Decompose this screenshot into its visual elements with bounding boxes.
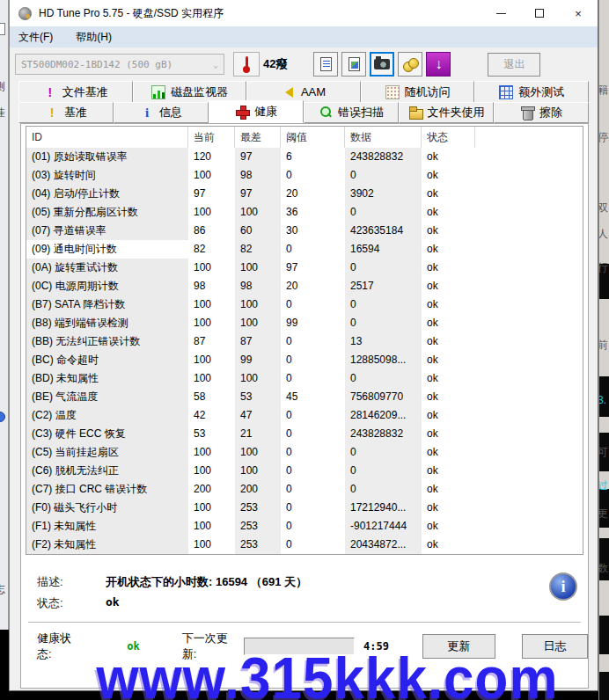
col-header-worst[interactable]: 最差 <box>235 127 281 148</box>
background-window-left-sliver: 测挂志 <box>0 0 9 630</box>
table-row[interactable]: (F2) 未知属性100253020434872...ok <box>26 536 583 554</box>
background-window-right-sliver: 籍停双人行前3.可过更数 <box>598 0 609 700</box>
exit-button[interactable]: 退出 <box>488 53 540 77</box>
download-button[interactable]: ↓ <box>426 52 451 77</box>
tab-benchmark[interactable]: 基准 <box>18 102 114 123</box>
table-row[interactable]: (09) 通电时间计数8282016594ok <box>26 240 583 259</box>
tab-label: 磁盘监视器 <box>171 84 228 100</box>
table-row[interactable]: (B8) 端到端错误检测100100990ok <box>26 314 583 332</box>
copy-image-button[interactable] <box>341 52 366 77</box>
smart-table-header: ID 当前 最差 阈值 数据 状态 <box>26 127 583 148</box>
table-row[interactable]: (BC) 命令超时10099012885098...ok <box>26 351 583 369</box>
col-header-current[interactable]: 当前 <box>188 127 235 148</box>
benchmark-icon <box>45 106 59 120</box>
col-header-status[interactable]: 状态 <box>422 127 475 148</box>
col-header-threshold[interactable]: 阈值 <box>281 127 345 148</box>
tab-label: 额外测试 <box>518 84 564 100</box>
table-row[interactable]: (F1) 未知属性1002530-901217444ok <box>26 517 583 536</box>
table-row[interactable]: (BB) 无法纠正错误计数8787013ok <box>26 332 583 351</box>
right-sliver-text-fragment: 双 <box>598 201 608 215</box>
info-button[interactable]: i <box>549 572 577 601</box>
camera-icon <box>374 59 390 69</box>
donate-button[interactable] <box>398 52 422 77</box>
right-sliver-text-fragment: 人 <box>598 227 608 242</box>
col-header-data[interactable]: 数据 <box>345 127 422 148</box>
right-sliver-text-fragment: 过 <box>598 478 608 493</box>
maximize-button[interactable] <box>520 0 559 26</box>
tab-label: AAM <box>301 85 326 98</box>
col-header-filler <box>475 127 583 148</box>
temperature-value: 42癈 <box>263 56 287 72</box>
tab-aam[interactable]: AAM <box>246 81 361 102</box>
donate-icon <box>403 58 417 70</box>
table-row[interactable]: (05) 重新分配扇区计数100100360ok <box>26 203 583 222</box>
table-row[interactable]: (C3) 硬件 ECC 恢复53210243828832ok <box>26 425 583 443</box>
tab-label: 信息 <box>159 105 182 120</box>
menu-file[interactable]: 文件(F) <box>18 30 53 45</box>
col-header-id[interactable]: ID <box>26 127 188 148</box>
watermark-text: www.315kkk.com <box>56 644 598 700</box>
tab-erase[interactable]: 擦除 <box>494 102 589 123</box>
drive-select[interactable]: ST500DM002-1BD142 (500 gB) ⌄ <box>15 54 224 75</box>
table-row[interactable]: (F0) 磁头飞行小时100253017212940...ok <box>26 499 583 517</box>
health-tab-panel: ID 当前 最差 阈值 数据 状态 (01) 原始读取错误率1209762438… <box>20 123 589 689</box>
separator <box>28 622 581 623</box>
description-label: 描述: <box>37 574 106 590</box>
right-sliver-text-fragment: 前 <box>598 338 608 353</box>
left-sliver-box <box>0 23 5 35</box>
close-icon: × <box>575 7 582 20</box>
right-sliver-text-fragment: 更 <box>598 507 608 521</box>
titlebar[interactable]: HD Tune Pro 5.75 - 硬盘/SSD 实用程序 × <box>10 0 598 26</box>
table-row[interactable]: (C7) 接口 CRC 错误计数20020000ok <box>26 480 583 499</box>
table-row[interactable]: (B7) SATA 降档计数10010000ok <box>26 295 583 314</box>
toolbar: ST500DM002-1BD142 (500 gB) ⌄ 42癈 ↓ 退出 <box>10 47 598 81</box>
tool-buttons: ↓ <box>313 52 451 77</box>
left-sliver-text-fragment: 志 <box>0 582 5 597</box>
left-sliver-text-fragment: 挂 <box>0 106 5 120</box>
table-row[interactable]: (BD) 未知属性10010000ok <box>26 369 583 388</box>
info-icon <box>140 106 154 120</box>
minimize-button[interactable] <box>481 0 520 26</box>
minimize-icon <box>496 13 506 14</box>
table-row[interactable]: (C5) 当前挂起扇区10010000ok <box>26 443 583 462</box>
screenshot-button[interactable] <box>370 52 394 77</box>
copy-text-icon <box>320 57 332 71</box>
description-value: 开机状态下的小时数: 16594 （691 天） <box>106 574 307 590</box>
table-row[interactable]: (03) 旋转时间1009800ok <box>26 166 583 185</box>
download-arrow-icon: ↓ <box>435 56 442 72</box>
status-row: 状态: ok <box>37 595 120 611</box>
tab-info[interactable]: 信息 <box>114 102 209 123</box>
smart-table-body: (01) 原始读取错误率120976243828832ok(03) 旋转时间10… <box>26 148 583 554</box>
table-row[interactable]: (C6) 脱机无法纠正10010000ok <box>26 462 583 480</box>
chevron-down-icon: ⌄ <box>213 60 218 69</box>
right-sliver-text-fragment: 籍 <box>598 83 608 98</box>
smart-table: ID 当前 最差 阈值 数据 状态 (01) 原始读取错误率1209762438… <box>26 126 583 555</box>
table-row[interactable]: (0C) 电源周期计数9898202517ok <box>26 277 583 295</box>
status-label: 状态: <box>37 595 106 611</box>
menu-help[interactable]: 帮助(H) <box>76 30 112 45</box>
table-row[interactable]: (C2) 温度4247028146209...ok <box>26 406 583 425</box>
table-row[interactable]: (0A) 旋转重试计数100100970ok <box>26 259 583 277</box>
table-row[interactable]: (04) 启动/停止计数9797203902ok <box>26 185 583 203</box>
right-sliver-text-fragment: 数 <box>598 561 608 576</box>
copy-text-button[interactable] <box>313 52 338 77</box>
right-sliver-patch <box>599 672 609 700</box>
maximize-icon <box>535 9 544 18</box>
tab-label: 健康 <box>254 104 277 120</box>
table-row[interactable]: (BE) 气流温度585345756809770ok <box>26 388 583 406</box>
tab-disk-monitor[interactable]: 磁盘监视器 <box>133 81 247 102</box>
tab-error-scan[interactable]: 错误扫描 <box>304 102 399 123</box>
copy-image-icon <box>349 57 360 71</box>
table-row[interactable]: (01) 原始读取错误率120976243828832ok <box>26 148 583 166</box>
temperature-button[interactable] <box>233 52 260 77</box>
table-row[interactable]: (07) 寻道错误率866030423635184ok <box>26 222 583 240</box>
close-button[interactable]: × <box>559 0 598 26</box>
file-benchmark-icon <box>43 85 57 99</box>
tab-file-benchmark[interactable]: 文件基准 <box>18 81 133 102</box>
tab-random-access[interactable]: 随机访问 <box>361 81 475 102</box>
tab-extra-tests[interactable]: 额外测试 <box>474 81 589 102</box>
tab-folder-usage[interactable]: 文件夹使用 <box>399 102 494 123</box>
tab-row-top: 文件基准磁盘监视器AAM随机访问额外测试 <box>18 81 589 102</box>
description-row: 描述: 开机状态下的小时数: 16594 （691 天） <box>37 574 307 590</box>
tab-health[interactable]: 健康 <box>209 100 304 123</box>
